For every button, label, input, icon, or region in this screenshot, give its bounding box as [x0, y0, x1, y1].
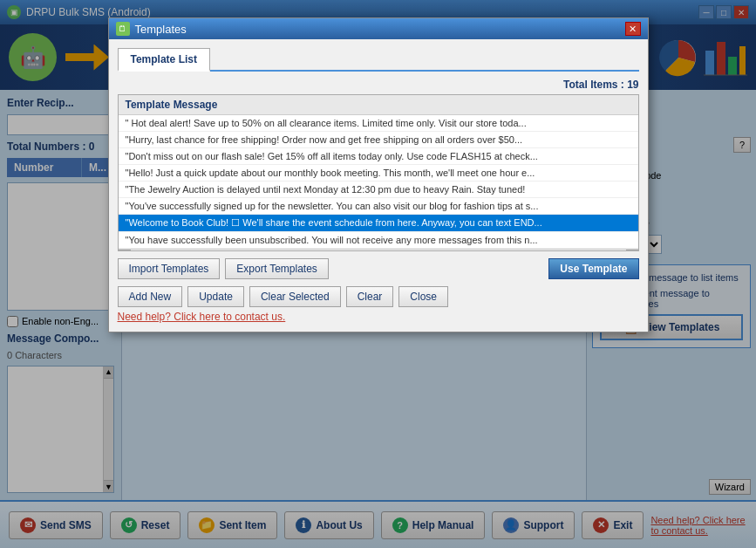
modal-title-bar: 🗒 Templates ✕	[109, 18, 648, 39]
scroll-track	[133, 251, 624, 252]
clear-selected-button[interactable]: Clear Selected	[249, 286, 341, 307]
total-items: Total Items : 19	[118, 79, 639, 91]
scroll-left-button[interactable]: ◀	[119, 250, 131, 252]
template-item[interactable]: " Hot deal alert! Save up to 50% on all …	[119, 115, 638, 132]
modal-tabs: Template List	[118, 48, 639, 72]
modal-overlay: 🗒 Templates ✕ Template List Total Items …	[0, 0, 756, 548]
close-button[interactable]: Close	[398, 286, 448, 307]
modal-title: Templates	[135, 23, 187, 36]
templates-modal: 🗒 Templates ✕ Template List Total Items …	[108, 17, 649, 332]
clear-all-button[interactable]: Clear	[346, 286, 394, 307]
horizontal-scrollbar[interactable]: ◀ ▶	[119, 249, 638, 251]
template-list: " Hot deal alert! Save up to 50% on all …	[119, 115, 638, 249]
modal-body: Template List Total Items : 19 Template …	[109, 39, 648, 332]
template-item[interactable]: "The Jewelry Auction is delayed until ne…	[119, 182, 638, 198]
export-templates-button[interactable]: Export Templates	[225, 258, 329, 279]
template-item[interactable]: "Don't miss out on our flash sale! Get 1…	[119, 148, 638, 165]
modal-icon: 🗒	[116, 22, 130, 36]
template-item[interactable]: "You have successfully been unsubscribed…	[119, 232, 638, 249]
template-message-header: Template Message	[119, 95, 638, 115]
modal-toolbar-1: Import Templates Export Templates Use Te…	[118, 258, 639, 279]
import-templates-button[interactable]: Import Templates	[118, 258, 221, 279]
template-item[interactable]: "Welcome to Book Club! ☐ We'll share the…	[119, 215, 638, 232]
tab-template-list[interactable]: Template List	[118, 48, 210, 72]
template-item[interactable]: "Hurry, last chance for free shipping! O…	[119, 132, 638, 148]
modal-toolbar-2: Add New Update Clear Selected Clear Clos…	[118, 286, 639, 307]
template-list-container[interactable]: Template Message " Hot deal alert! Save …	[118, 94, 639, 251]
modal-close-button[interactable]: ✕	[625, 22, 641, 36]
add-new-button[interactable]: Add New	[118, 286, 183, 307]
scroll-right-button[interactable]: ▶	[626, 250, 638, 252]
update-button[interactable]: Update	[187, 286, 244, 307]
template-item[interactable]: "Hello! Just a quick update about our mo…	[119, 165, 638, 182]
use-template-button[interactable]: Use Template	[548, 258, 638, 279]
import-export-buttons: Import Templates Export Templates	[118, 258, 329, 279]
need-help-link[interactable]: Need help? Click here to contact us.	[118, 311, 286, 323]
template-item[interactable]: "You've successfully signed up for the n…	[119, 198, 638, 215]
